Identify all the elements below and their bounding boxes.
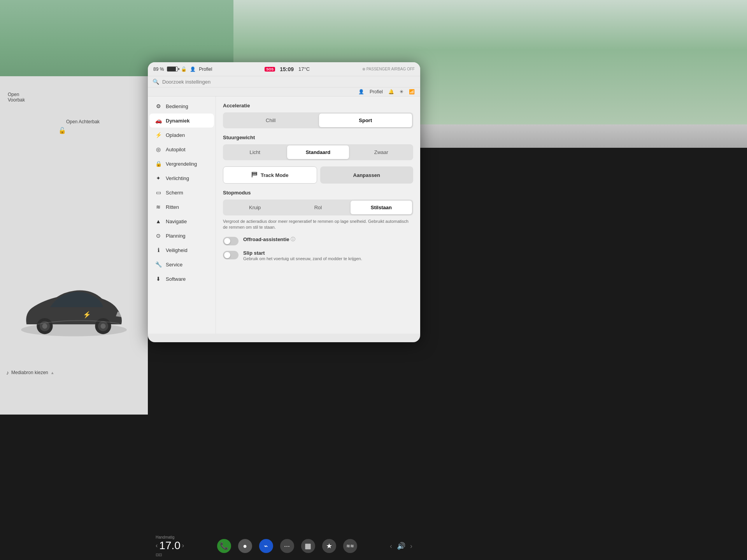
search-input[interactable]	[162, 79, 416, 85]
sidebar-item-vergrendeling[interactable]: 🔒 Vergrendeling	[149, 157, 214, 171]
chart-icon[interactable]: ▦	[301, 539, 315, 553]
profile-label-bar[interactable]: Profiel	[370, 89, 383, 94]
chill-button[interactable]: Chill	[224, 114, 317, 127]
star-icon[interactable]: ★	[322, 539, 336, 553]
taskbar-right: ‹ 🔊 ›	[390, 542, 412, 550]
checkered-flag-icon: ⛿	[251, 172, 258, 178]
taskbar: Handmatig ‹ 17.0 › ⊡⊡ 📞 ● ⌁ ··· ▦ ★ ≋≋ ‹…	[148, 532, 420, 560]
offroad-toggle-wrap[interactable]	[223, 237, 238, 245]
navigatie-label: Navigatie	[166, 219, 187, 224]
rol-button[interactable]: Rol	[287, 201, 349, 214]
slip-start-row: Slip start Gebruik om het voertuig uit s…	[223, 250, 413, 262]
sidebar-item-opladen[interactable]: ⚡ Opladen	[149, 128, 214, 142]
track-mode-row: ⛿ Track Mode Aanpassen	[223, 166, 413, 184]
zwaar-button[interactable]: Zwaar	[351, 145, 412, 159]
settings-panel: Acceleratie Chill Sport Stuurgewicht Lic…	[216, 96, 420, 334]
temp-arrow-left[interactable]: ‹	[156, 542, 158, 549]
scherm-icon: ▭	[155, 189, 162, 196]
slip-start-toggle-wrap[interactable]	[223, 251, 238, 259]
car-labels: Open Voorbak	[8, 92, 25, 103]
sidebar-item-dynamiek[interactable]: 🚗 Dynamiek	[149, 114, 214, 128]
media-label[interactable]: ♪ Mediabron kiezen ▲	[6, 369, 54, 376]
offroad-label: Offroad-assistentie	[243, 236, 289, 242]
sidebar-item-service[interactable]: 🔧 Service	[149, 257, 214, 271]
search-bar[interactable]: 🔍	[148, 76, 420, 88]
sidebar-item-verlichting[interactable]: ✦ Verlichting	[149, 171, 214, 185]
sidebar: ⚙ Bediening 🚗 Dynamiek ⚡ Opladen ◎ Autop…	[148, 96, 216, 334]
stuurgewicht-group: Licht Standaard Zwaar	[223, 144, 413, 160]
sidebar-item-autopilot[interactable]: ◎ Autopilot	[149, 142, 214, 156]
handmatig-label: Handmatig	[156, 535, 184, 539]
standaard-button[interactable]: Standaard	[287, 145, 349, 159]
ritten-label: Ritten	[166, 204, 179, 210]
offroad-label-row: Offroad-assistentie ⓘ	[243, 236, 295, 243]
svg-text:⚡: ⚡	[83, 311, 91, 319]
stopmodus-group: Kruip Rol Stilstaan	[223, 200, 413, 215]
taskbar-center: 📞 ● ⌁ ··· ▦ ★ ≋≋	[217, 539, 357, 553]
aanpassen-button[interactable]: Aanpassen	[320, 166, 414, 184]
sidebar-item-bediening[interactable]: ⚙ Bediening	[149, 99, 214, 113]
kruip-button[interactable]: Kruip	[224, 201, 286, 214]
acceleratie-group: Chill Sport	[223, 112, 413, 128]
signal-icon: 📶	[409, 89, 415, 94]
nav-arrow-right[interactable]: ›	[410, 542, 412, 550]
scherm-label: Scherm	[166, 190, 183, 196]
car-panel: Open Voorbak Open Achterbak 🔓 ⚡	[0, 76, 148, 415]
slip-start-text: Slip start Gebruik om het voertuig uit s…	[243, 250, 362, 262]
sidebar-item-veiligheid[interactable]: ℹ Veiligheid	[149, 243, 214, 257]
stuurgewicht-title: Stuurgewicht	[223, 135, 413, 140]
open-achterbak-label[interactable]: Open Achterbak	[66, 119, 100, 124]
battery-fill	[167, 67, 175, 71]
temp-arrow-right[interactable]: ›	[182, 542, 184, 549]
offroad-toggle[interactable]	[223, 237, 238, 245]
licht-button[interactable]: Licht	[224, 145, 286, 159]
sidebar-item-ritten[interactable]: ≋ Ritten	[149, 200, 214, 214]
bluetooth-icon-bar: ✳	[400, 89, 403, 94]
sport-button[interactable]: Sport	[319, 114, 412, 127]
sidebar-item-planning[interactable]: ⊙ Planning	[149, 229, 214, 243]
bluetooth-icon[interactable]: ⌁	[259, 539, 273, 553]
sidebar-item-scherm[interactable]: ▭ Scherm	[149, 186, 214, 200]
phone-icon[interactable]: 📞	[217, 539, 231, 553]
service-label: Service	[166, 262, 182, 268]
open-voorbak-label[interactable]: Open Voorbak	[8, 92, 25, 103]
tidal-icon[interactable]: ≋≋	[343, 539, 357, 553]
svg-point-6	[100, 324, 105, 329]
tesla-screen: 89 % 🔓 👤 Profiel SOS 15:09 17°C ⊗ PASSEN…	[148, 62, 420, 342]
slip-start-label: Slip start	[243, 250, 362, 256]
status-left: 89 % 🔓 👤 Profiel	[153, 66, 212, 72]
offroad-info-icon[interactable]: ⓘ	[291, 236, 295, 243]
seat-heat-icon: ⊡⊡	[156, 553, 162, 557]
navigatie-icon: ▲	[155, 218, 162, 224]
time-display: 15:09	[280, 66, 294, 72]
stilstaan-button[interactable]: Stilstaan	[351, 201, 412, 214]
veiligheid-icon: ℹ	[155, 247, 162, 253]
veiligheid-label: Veiligheid	[166, 247, 188, 253]
volume-icon[interactable]: 🔊	[397, 542, 405, 550]
profile-icon-bar: 👤	[358, 89, 364, 94]
sidebar-item-navigatie[interactable]: ▲ Navigatie	[149, 214, 214, 228]
slip-start-toggle[interactable]	[223, 251, 238, 259]
battery-icon	[167, 66, 178, 72]
lock-icon: 🔓	[58, 127, 66, 134]
search-icon: 🔍	[153, 79, 159, 85]
more-icon[interactable]: ···	[280, 539, 294, 553]
lock-status-icon: 🔓	[181, 66, 187, 72]
dynamiek-label: Dynamiek	[166, 118, 189, 124]
track-mode-label: Track Mode	[261, 172, 289, 178]
opladen-label: Opladen	[166, 132, 185, 138]
software-label: Software	[166, 276, 186, 282]
slip-start-description: Gebruik om het voertuig uit sneeuw, zand…	[243, 256, 362, 262]
stopmodus-description: Vergroot de actieradius door meer regene…	[223, 219, 413, 231]
nav-arrow-left[interactable]: ‹	[390, 542, 392, 550]
camera-icon[interactable]: ●	[238, 539, 252, 553]
track-mode-button[interactable]: ⛿ Track Mode	[223, 166, 317, 184]
notification-icon[interactable]: 🔔	[388, 89, 394, 94]
main-content: ⚙ Bediening 🚗 Dynamiek ⚡ Opladen ◎ Autop…	[148, 96, 420, 334]
sidebar-item-software[interactable]: ⬇ Software	[149, 272, 214, 286]
service-icon: 🔧	[155, 261, 162, 268]
ritten-icon: ≋	[155, 204, 162, 210]
acceleratie-title: Acceleratie	[223, 103, 413, 108]
software-icon: ⬇	[155, 276, 162, 282]
planning-icon: ⊙	[155, 233, 162, 239]
